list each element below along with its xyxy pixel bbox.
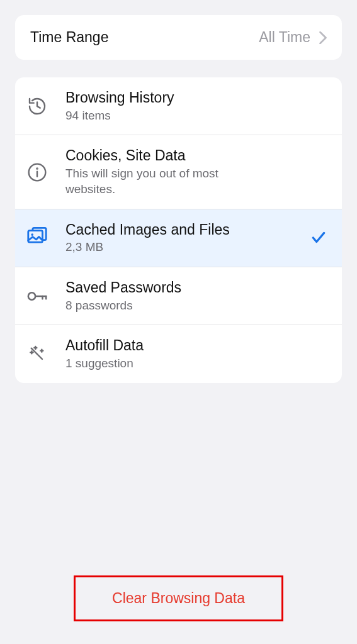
clear-browsing-data-button[interactable]: Clear Browsing Data <box>74 575 283 621</box>
svg-point-2 <box>37 168 37 169</box>
list-item-content: Autofill Data 1 suggestion <box>48 336 327 371</box>
time-range-label: Time Range <box>30 29 108 46</box>
svg-rect-3 <box>28 231 43 242</box>
list-item-title: Cookies, Site Data <box>65 147 327 165</box>
list-item-autofill[interactable]: Autofill Data 1 suggestion <box>15 325 342 382</box>
list-item-title: Cached Images and Files <box>65 221 310 239</box>
clear-button-container: Clear Browsing Data <box>0 575 357 621</box>
list-item-content: Cached Images and Files 2,3 MB <box>48 221 310 255</box>
list-item-browsing-history[interactable]: Browsing History 94 items <box>15 77 342 135</box>
svg-point-4 <box>31 233 33 236</box>
list-item-content: Browsing History 94 items <box>48 89 327 123</box>
time-range-card: Time Range All Time <box>15 15 342 60</box>
chevron-right-icon <box>319 31 327 44</box>
svg-point-5 <box>28 292 35 299</box>
time-range-row[interactable]: Time Range All Time <box>15 15 342 60</box>
list-item-title: Browsing History <box>65 89 327 107</box>
list-item-saved-passwords[interactable]: Saved Passwords 8 passwords <box>15 267 342 325</box>
images-icon <box>26 227 48 248</box>
info-icon <box>26 162 48 183</box>
key-icon <box>26 286 48 307</box>
checkmark-icon <box>310 230 327 246</box>
svg-line-10 <box>37 354 42 359</box>
list-item-content: Saved Passwords 8 passwords <box>48 279 327 313</box>
list-item-cached-images[interactable]: Cached Images and Files 2,3 MB <box>15 209 342 267</box>
list-item-subtitle: 1 suggestion <box>65 356 242 372</box>
time-range-value: All Time <box>259 29 327 46</box>
data-type-list: Browsing History 94 items Cookies, Site … <box>15 77 342 383</box>
list-item-cookies[interactable]: Cookies, Site Data This will sign you ou… <box>15 135 342 208</box>
list-item-content: Cookies, Site Data This will sign you ou… <box>48 147 327 197</box>
list-item-title: Autofill Data <box>65 336 327 355</box>
list-item-subtitle: 2,3 MB <box>65 240 242 255</box>
autofill-icon <box>26 343 48 365</box>
list-item-title: Saved Passwords <box>65 279 327 297</box>
list-item-subtitle: 8 passwords <box>65 298 242 314</box>
list-item-subtitle: This will sign you out of most websites. <box>65 166 242 197</box>
history-icon <box>26 96 48 117</box>
list-item-subtitle: 94 items <box>65 108 242 124</box>
time-range-value-text: All Time <box>259 29 310 46</box>
